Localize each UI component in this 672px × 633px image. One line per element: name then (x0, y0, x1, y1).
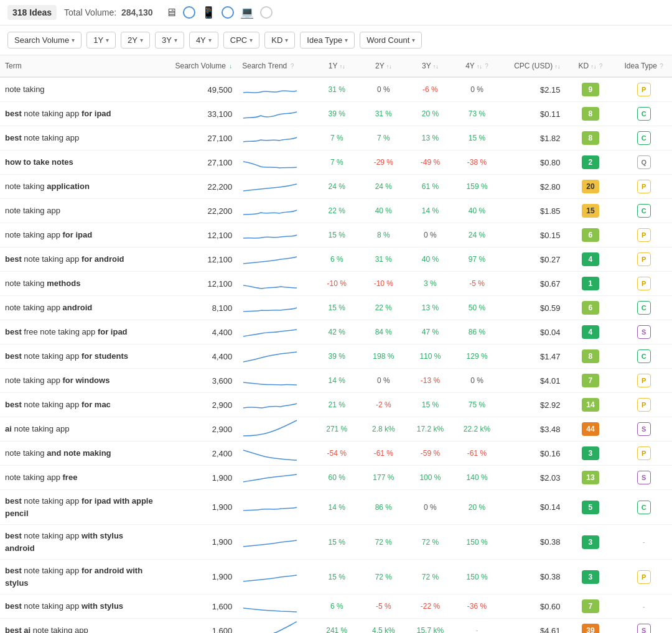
tablet-icon[interactable]: 📱 (202, 6, 215, 19)
col-header-search-volume[interactable]: Search Volume ↓ (158, 55, 237, 77)
cpc-cell: $2.15 (500, 77, 565, 102)
idea-type-filter[interactable]: Idea Type▾ (300, 32, 355, 49)
term-cell: note taking (0, 77, 158, 102)
sparkline-cell (237, 344, 313, 369)
y3-cell: 13 % (407, 126, 454, 150)
monitor-icon[interactable]: 🖥 (166, 6, 177, 19)
cpc-cell: $0.38 (500, 560, 565, 594)
cpc-cell: $1.47 (500, 344, 565, 369)
table-row: best note taking app for android with st… (0, 560, 672, 594)
cpc-cell: $0.38 (500, 525, 565, 560)
help-icon-idea: ? (660, 63, 663, 70)
search-vol-cell: 12,100 (158, 272, 237, 296)
kd-cell: 15 (565, 199, 615, 223)
y2-cell: 0 % (360, 77, 407, 102)
kd-cell: 3 (565, 441, 615, 466)
sort-3y-icon: ↑↓ (433, 63, 439, 70)
chevron-down-icon: ▾ (140, 37, 143, 44)
sort-cpc-icon: ↑↓ (554, 63, 560, 70)
y4-cell: 22.2 k% (454, 417, 500, 441)
term-cell: how to take notes (0, 150, 158, 175)
idea-type-cell: C (615, 344, 672, 369)
search-vol-cell: 27,100 (158, 126, 237, 150)
ideas-count-badge: 318 Ideas (7, 5, 57, 20)
search-volume-filter[interactable]: Search Volume▾ (7, 32, 82, 49)
kd-cell: 20 (565, 175, 615, 199)
y1-cell: 15 % (314, 525, 360, 560)
laptop-icon[interactable]: 💻 (240, 6, 254, 19)
idea-type-cell: P (615, 77, 672, 102)
y1-cell: 42 % (314, 320, 360, 344)
col-header-idea-type[interactable]: Idea Type ? (615, 55, 672, 77)
y1-cell: 15 % (314, 223, 360, 247)
filters-bar: Search Volume▾1Y▾2Y▾3Y▾4Y▾CPC▾KD▾Idea Ty… (0, 25, 672, 55)
table-row: note taking app 22,200 22 % 40 % 14 % 40… (0, 199, 672, 223)
2y-filter[interactable]: 2Y▾ (121, 32, 150, 49)
col-header-2y[interactable]: 2Y ↑↓ (360, 55, 407, 77)
chevron-down-icon: ▾ (174, 37, 177, 44)
4y-filter[interactable]: 4Y▾ (189, 32, 218, 49)
search-vol-cell: 1,600 (158, 619, 237, 634)
y3-cell: -59 % (407, 441, 454, 466)
y3-cell: 14 % (407, 199, 454, 223)
table-row: best note taking app for android 12,100 … (0, 247, 672, 272)
cpc-cell: $2.92 (500, 393, 565, 417)
y1-cell: 7 % (314, 126, 360, 150)
idea-type-cell: P (615, 393, 672, 417)
sparkline-cell (237, 175, 313, 199)
table-row: best ai note taking app 1,600 241 % 4.5 … (0, 619, 672, 634)
sort-kd-icon: ↑↓ (590, 63, 596, 70)
y3-cell: -6 % (407, 77, 454, 102)
y1-cell: 60 % (314, 466, 360, 490)
col-header-term[interactable]: Term (0, 55, 158, 77)
col-header-kd[interactable]: KD ↑↓ ? (565, 55, 615, 77)
col-header-4y[interactable]: 4Y ↑↓ ? (454, 55, 500, 77)
term-cell: best note taking app for students (0, 344, 158, 369)
kd-cell: 14 (565, 393, 615, 417)
y3-cell: -13 % (407, 369, 454, 393)
kd-filter[interactable]: KD▾ (264, 32, 295, 49)
circle-icon-1 (183, 6, 195, 19)
y4-cell: 75 % (454, 393, 500, 417)
sparkline-cell (237, 272, 313, 296)
table-row: note taking app for ipad 12,100 15 % 8 %… (0, 223, 672, 247)
table-row: note taking application 22,200 24 % 24 %… (0, 175, 672, 199)
y1-cell: 24 % (314, 175, 360, 199)
term-cell: best ai note taking app (0, 619, 158, 634)
cpc-cell: $2.03 (500, 466, 565, 490)
term-cell: note taking and note making (0, 441, 158, 466)
kd-cell: 3 (565, 525, 615, 560)
y3-cell: 3 % (407, 272, 454, 296)
1y-filter[interactable]: 1Y▾ (86, 32, 116, 49)
idea-type-cell: C (615, 490, 672, 525)
search-vol-cell: 22,200 (158, 175, 237, 199)
cpc-filter[interactable]: CPC▾ (223, 32, 259, 49)
3y-filter[interactable]: 3Y▾ (155, 32, 184, 49)
cpc-cell: $1.85 (500, 199, 565, 223)
y4-cell: 86 % (454, 320, 500, 344)
chevron-down-icon: ▾ (285, 37, 288, 44)
word-count-filter[interactable]: Word Count▾ (360, 32, 422, 49)
table-row: note taking app android 8,100 15 % 22 % … (0, 296, 672, 320)
chevron-down-icon: ▾ (250, 37, 253, 44)
y2-cell: 8 % (360, 223, 407, 247)
col-header-search-trend[interactable]: Search Trend ? (237, 55, 313, 77)
kd-cell: 9 (565, 77, 615, 102)
chevron-down-icon: ▾ (72, 37, 75, 44)
sparkline-cell (237, 223, 313, 247)
y1-cell: 22 % (314, 199, 360, 223)
y1-cell: 39 % (314, 344, 360, 369)
y2-cell: 31 % (360, 247, 407, 272)
y4-cell: -61 % (454, 441, 500, 466)
col-header-3y[interactable]: 3Y ↑↓ (407, 55, 454, 77)
search-vol-cell: 1,900 (158, 466, 237, 490)
table-row: best note taking app with stylus android… (0, 525, 672, 560)
col-header-cpc[interactable]: CPC (USD) ↑↓ (500, 55, 565, 77)
cpc-cell: $0.59 (500, 296, 565, 320)
col-header-1y[interactable]: 1Y ↑↓ (314, 55, 360, 77)
idea-type-cell: P (615, 369, 672, 393)
term-cell: note taking app for ipad (0, 223, 158, 247)
search-vol-cell: 3,600 (158, 369, 237, 393)
y3-cell: -22 % (407, 594, 454, 619)
y4-cell: 159 % (454, 175, 500, 199)
